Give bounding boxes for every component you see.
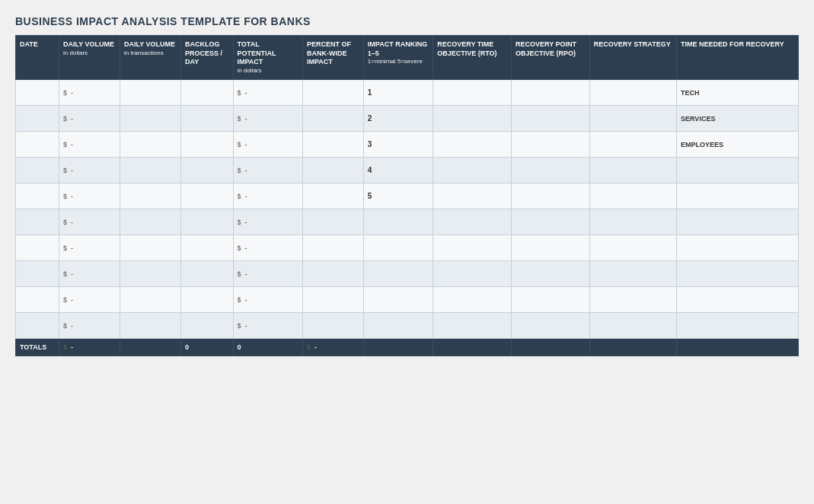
cell-time-recovery[interactable]: EMPLOYEES xyxy=(677,132,799,158)
cell-time-recovery[interactable] xyxy=(677,287,799,313)
cell-daily-volume-trans[interactable] xyxy=(120,313,181,339)
cell-strategy[interactable] xyxy=(589,132,676,158)
cell-percent-bankwide[interactable] xyxy=(302,261,363,287)
cell-rto[interactable] xyxy=(433,158,512,183)
cell-date[interactable] xyxy=(16,106,59,132)
cell-percent-bankwide[interactable] xyxy=(302,209,363,235)
cell-rto[interactable] xyxy=(433,235,512,261)
cell-strategy[interactable] xyxy=(589,209,676,235)
cell-daily-volume-dollars[interactable]: $ - xyxy=(59,183,120,209)
cell-strategy[interactable] xyxy=(589,183,676,209)
cell-daily-volume-trans[interactable] xyxy=(120,158,181,183)
cell-impact-ranking[interactable]: 3 xyxy=(363,132,433,158)
cell-daily-volume-trans[interactable] xyxy=(120,235,181,261)
cell-percent-bankwide[interactable] xyxy=(302,183,363,209)
cell-time-recovery[interactable] xyxy=(677,261,799,287)
cell-rpo[interactable] xyxy=(512,106,590,132)
cell-daily-volume-dollars[interactable]: $ - xyxy=(59,235,120,261)
cell-date[interactable] xyxy=(16,209,59,235)
cell-backlog[interactable] xyxy=(181,261,234,287)
cell-rpo[interactable] xyxy=(512,132,590,158)
cell-time-recovery[interactable]: TECH xyxy=(677,80,799,106)
cell-time-recovery[interactable]: SERVICES xyxy=(677,106,799,132)
cell-impact-ranking[interactable] xyxy=(363,313,433,339)
cell-total-potential-impact[interactable]: $ - xyxy=(233,183,302,209)
cell-strategy[interactable] xyxy=(589,235,676,261)
cell-rto[interactable] xyxy=(433,313,512,339)
cell-daily-volume-trans[interactable] xyxy=(120,183,181,209)
cell-daily-volume-dollars[interactable]: $ - xyxy=(59,261,120,287)
cell-time-recovery[interactable] xyxy=(677,209,799,235)
cell-daily-volume-trans[interactable] xyxy=(120,80,181,106)
cell-strategy[interactable] xyxy=(589,313,676,339)
cell-percent-bankwide[interactable] xyxy=(302,132,363,158)
cell-backlog[interactable] xyxy=(181,132,234,158)
cell-daily-volume-trans[interactable] xyxy=(120,261,181,287)
cell-total-potential-impact[interactable]: $ - xyxy=(233,261,302,287)
cell-daily-volume-dollars[interactable]: $ - xyxy=(59,106,120,132)
cell-daily-volume-dollars[interactable]: $ - xyxy=(59,158,120,183)
cell-percent-bankwide[interactable] xyxy=(302,106,363,132)
cell-rpo[interactable] xyxy=(512,313,590,339)
cell-time-recovery[interactable] xyxy=(677,313,799,339)
cell-daily-volume-trans[interactable] xyxy=(120,132,181,158)
cell-backlog[interactable] xyxy=(181,313,234,339)
cell-total-potential-impact[interactable]: $ - xyxy=(233,106,302,132)
cell-date[interactable] xyxy=(16,183,59,209)
cell-impact-ranking[interactable] xyxy=(363,209,433,235)
cell-strategy[interactable] xyxy=(589,261,676,287)
cell-date[interactable] xyxy=(16,287,59,313)
cell-rto[interactable] xyxy=(433,80,512,106)
cell-total-potential-impact[interactable]: $ - xyxy=(233,80,302,106)
cell-rto[interactable] xyxy=(433,183,512,209)
cell-impact-ranking[interactable]: 5 xyxy=(363,183,433,209)
cell-rto[interactable] xyxy=(433,261,512,287)
cell-daily-volume-dollars[interactable]: $ - xyxy=(59,80,120,106)
cell-daily-volume-dollars[interactable]: $ - xyxy=(59,287,120,313)
cell-date[interactable] xyxy=(16,235,59,261)
cell-time-recovery[interactable] xyxy=(677,183,799,209)
cell-daily-volume-dollars[interactable]: $ - xyxy=(59,313,120,339)
cell-rpo[interactable] xyxy=(512,261,590,287)
cell-strategy[interactable] xyxy=(589,158,676,183)
cell-backlog[interactable] xyxy=(181,158,234,183)
cell-date[interactable] xyxy=(16,261,59,287)
cell-daily-volume-dollars[interactable]: $ - xyxy=(59,209,120,235)
cell-rto[interactable] xyxy=(433,209,512,235)
cell-impact-ranking[interactable] xyxy=(363,235,433,261)
cell-rpo[interactable] xyxy=(512,287,590,313)
cell-total-potential-impact[interactable]: $ - xyxy=(233,287,302,313)
cell-percent-bankwide[interactable] xyxy=(302,235,363,261)
cell-total-potential-impact[interactable]: $ - xyxy=(233,132,302,158)
cell-time-recovery[interactable] xyxy=(677,235,799,261)
cell-impact-ranking[interactable]: 4 xyxy=(363,158,433,183)
cell-total-potential-impact[interactable]: $ - xyxy=(233,158,302,183)
cell-impact-ranking[interactable]: 2 xyxy=(363,106,433,132)
cell-percent-bankwide[interactable] xyxy=(302,313,363,339)
cell-date[interactable] xyxy=(16,80,59,106)
cell-rpo[interactable] xyxy=(512,209,590,235)
cell-impact-ranking[interactable] xyxy=(363,261,433,287)
cell-impact-ranking[interactable]: 1 xyxy=(363,80,433,106)
cell-total-potential-impact[interactable]: $ - xyxy=(233,235,302,261)
cell-total-potential-impact[interactable]: $ - xyxy=(233,313,302,339)
cell-backlog[interactable] xyxy=(181,287,234,313)
cell-percent-bankwide[interactable] xyxy=(302,158,363,183)
cell-daily-volume-trans[interactable] xyxy=(120,106,181,132)
cell-daily-volume-trans[interactable] xyxy=(120,287,181,313)
cell-date[interactable] xyxy=(16,132,59,158)
cell-rpo[interactable] xyxy=(512,183,590,209)
cell-strategy[interactable] xyxy=(589,287,676,313)
cell-rpo[interactable] xyxy=(512,235,590,261)
cell-backlog[interactable] xyxy=(181,235,234,261)
cell-date[interactable] xyxy=(16,313,59,339)
cell-backlog[interactable] xyxy=(181,106,234,132)
cell-rto[interactable] xyxy=(433,132,512,158)
cell-total-potential-impact[interactable]: $ - xyxy=(233,209,302,235)
cell-backlog[interactable] xyxy=(181,209,234,235)
cell-rto[interactable] xyxy=(433,106,512,132)
cell-percent-bankwide[interactable] xyxy=(302,80,363,106)
cell-backlog[interactable] xyxy=(181,80,234,106)
cell-rpo[interactable] xyxy=(512,80,590,106)
cell-backlog[interactable] xyxy=(181,183,234,209)
